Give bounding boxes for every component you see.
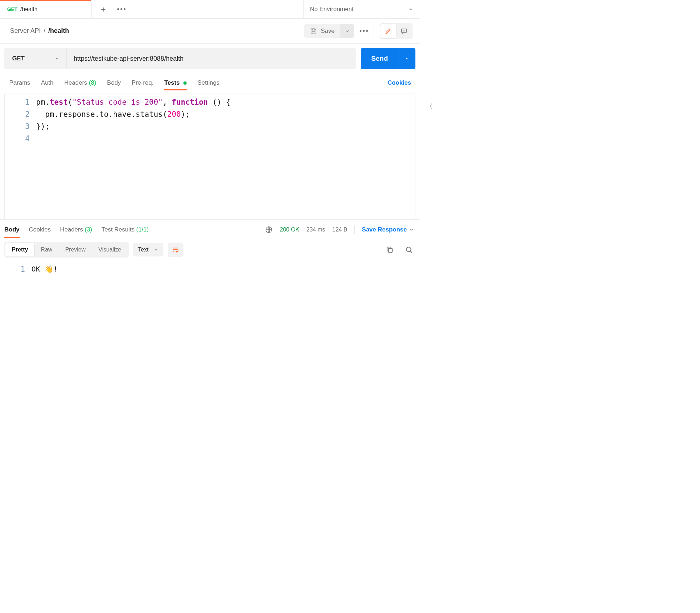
header-row: Server API / /health Save bbox=[0, 19, 420, 44]
plus-icon[interactable]: ＋ bbox=[99, 5, 107, 13]
method-select[interactable]: GET bbox=[4, 48, 66, 69]
tab-headers[interactable]: Headers (8) bbox=[64, 76, 97, 90]
copy-icon bbox=[386, 246, 394, 254]
response-header: Body Cookies Headers (3) Test Results (1… bbox=[0, 219, 420, 238]
method-value: GET bbox=[12, 55, 25, 62]
breadcrumb-sep: / bbox=[44, 27, 45, 35]
wrap-icon bbox=[172, 246, 179, 254]
view-visualize[interactable]: Visualize bbox=[92, 243, 128, 256]
chevron-down-icon bbox=[408, 7, 413, 12]
save-response-button[interactable]: Save Response bbox=[362, 226, 414, 233]
save-response-label: Save Response bbox=[362, 226, 407, 233]
collapse-sidebar-icon[interactable]: 〈 bbox=[426, 102, 433, 111]
tests-editor[interactable]: 1 2 3 4 pm.test("Status code is 200", fu… bbox=[4, 94, 415, 219]
globe-icon[interactable] bbox=[265, 226, 273, 234]
save-icon bbox=[310, 28, 317, 35]
view-pretty[interactable]: Pretty bbox=[5, 243, 34, 256]
response-gutter: 1 bbox=[0, 261, 31, 275]
environment-select[interactable]: No Environment bbox=[303, 0, 420, 18]
svg-rect-1 bbox=[388, 248, 392, 252]
divider bbox=[374, 26, 374, 36]
save-button[interactable]: Save bbox=[304, 24, 340, 38]
edit-mode-button[interactable] bbox=[380, 24, 396, 38]
response-body: 1 OK 👋! bbox=[0, 260, 420, 275]
search-response-button[interactable] bbox=[404, 245, 414, 255]
tab-tests-label: Tests bbox=[164, 79, 180, 86]
editor-gutter: 1 2 3 4 bbox=[5, 94, 36, 219]
request-more-icon[interactable] bbox=[360, 30, 368, 32]
wrap-lines-button[interactable] bbox=[168, 243, 183, 257]
chevron-down-icon bbox=[405, 56, 410, 61]
copy-response-button[interactable] bbox=[385, 245, 395, 255]
tab-tests[interactable]: Tests bbox=[164, 76, 188, 90]
mode-toggle bbox=[380, 23, 413, 39]
more-icon[interactable] bbox=[117, 8, 125, 10]
tab-title: /health bbox=[20, 6, 38, 13]
save-dropdown[interactable] bbox=[340, 24, 354, 38]
format-select[interactable]: Text bbox=[133, 243, 163, 256]
chevron-down-icon bbox=[409, 227, 414, 232]
view-raw[interactable]: Raw bbox=[34, 243, 59, 256]
send-group: Send bbox=[361, 48, 415, 69]
comment-icon bbox=[400, 28, 408, 35]
breadcrumb-root[interactable]: Server API bbox=[10, 27, 41, 35]
svg-point-2 bbox=[406, 247, 411, 252]
breadcrumb: Server API / /health bbox=[10, 27, 69, 35]
response-time: 234 ms bbox=[306, 226, 325, 233]
response-toolbar: Pretty Raw Preview Visualize Text bbox=[0, 238, 420, 260]
send-dropdown[interactable] bbox=[399, 48, 415, 69]
resp-tab-headers[interactable]: Headers (3) bbox=[60, 223, 92, 236]
environment-label: No Environment bbox=[310, 6, 354, 13]
response-text[interactable]: OK 👋! bbox=[31, 261, 58, 275]
format-value: Text bbox=[138, 246, 148, 253]
svg-line-3 bbox=[410, 251, 412, 253]
chevron-down-icon bbox=[55, 56, 60, 61]
url-row: GET Send bbox=[0, 44, 420, 74]
tab-body[interactable]: Body bbox=[106, 76, 122, 90]
resp-tab-body[interactable]: Body bbox=[4, 223, 20, 236]
resp-tab-test-results[interactable]: Test Results (1/1) bbox=[102, 223, 149, 236]
resp-tab-cookies[interactable]: Cookies bbox=[29, 223, 51, 236]
resp-tab-test-results-count: (1/1) bbox=[136, 226, 149, 233]
tab-actions: ＋ bbox=[92, 0, 133, 18]
editor-code[interactable]: pm.test("Status code is 200", function (… bbox=[36, 94, 231, 219]
response-size: 124 B bbox=[332, 226, 347, 233]
chevron-down-icon bbox=[345, 29, 350, 34]
resp-tab-test-results-label: Test Results bbox=[102, 226, 135, 233]
resp-tab-headers-count: (3) bbox=[85, 226, 92, 233]
view-preview[interactable]: Preview bbox=[59, 243, 92, 256]
status-code: 200 OK bbox=[280, 226, 299, 233]
tab-auth[interactable]: Auth bbox=[40, 76, 54, 90]
divider bbox=[354, 225, 355, 234]
tab-headers-label: Headers bbox=[64, 79, 87, 86]
chevron-down-icon bbox=[153, 247, 158, 252]
tab-headers-count: (8) bbox=[89, 79, 97, 86]
tab-strip: GET /health ＋ No Environment bbox=[0, 0, 420, 19]
save-label: Save bbox=[321, 28, 335, 35]
save-group: Save bbox=[304, 24, 354, 38]
cookies-link[interactable]: Cookies bbox=[388, 79, 411, 86]
request-tabs: Params Auth Headers (8) Body Pre-req. Te… bbox=[0, 74, 420, 91]
response-tabs: Body Cookies Headers (3) Test Results (1… bbox=[4, 223, 149, 236]
response-meta: 200 OK 234 ms 124 B Save Response bbox=[265, 225, 414, 234]
view-mode-segment: Pretty Raw Preview Visualize bbox=[4, 242, 129, 258]
breadcrumb-current: /health bbox=[48, 27, 69, 35]
send-button[interactable]: Send bbox=[361, 48, 399, 69]
url-input[interactable] bbox=[66, 48, 356, 69]
pencil-icon bbox=[385, 28, 392, 35]
comment-mode-button[interactable] bbox=[396, 24, 412, 38]
resp-tab-headers-label: Headers bbox=[60, 226, 83, 233]
tab-prereq[interactable]: Pre-req. bbox=[131, 76, 154, 90]
tab-settings[interactable]: Settings bbox=[197, 76, 220, 90]
unsaved-dot-icon bbox=[183, 81, 187, 85]
tab-params[interactable]: Params bbox=[9, 76, 31, 90]
search-icon bbox=[405, 246, 413, 254]
url-group: GET bbox=[4, 48, 356, 69]
tab-method-badge: GET bbox=[7, 6, 18, 12]
request-tab[interactable]: GET /health bbox=[0, 0, 92, 18]
